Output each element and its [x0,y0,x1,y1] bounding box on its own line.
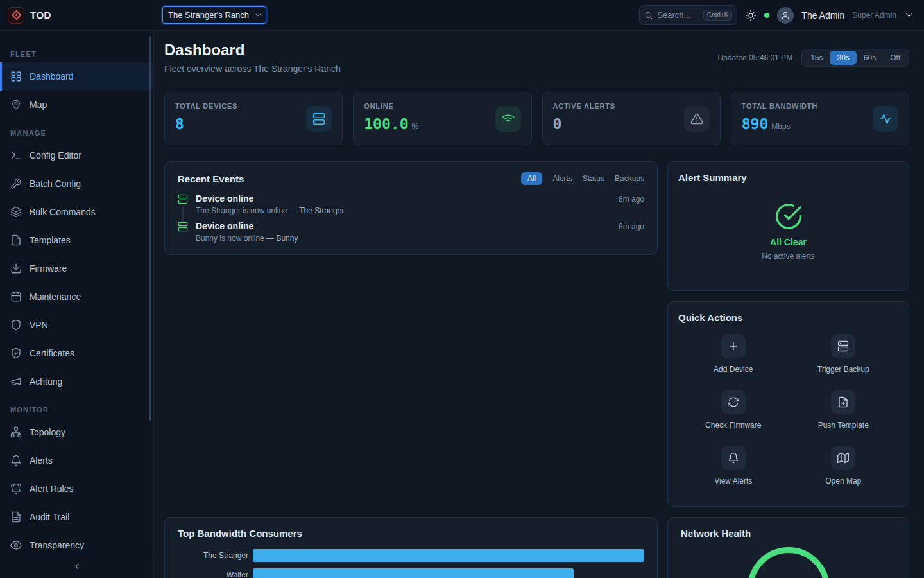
topbar-right: Cmd+K The Admin Super Admin [639,5,924,25]
quick-action-open-map[interactable]: Open Map [825,446,861,486]
stat-card-active-alerts: ACTIVE ALERTS 0 [542,92,721,145]
refresh-option-15s[interactable]: 15s [803,51,830,65]
refresh-interval-control: 15s 30s 60s Off [801,49,909,67]
grid-icon [10,71,22,82]
stat-card-total-bandwidth: TOTAL BANDWIDTH 890 Mbps [731,92,909,145]
sidebar: FLEET Dashboard Map MANAGE Config Editor… [0,31,154,578]
sidebar-item-label: Batch Config [30,179,81,189]
sidebar-item-transparency[interactable]: Transparency [0,531,153,554]
refresh-option-60s[interactable]: 60s [857,51,883,65]
map-icon [831,446,855,470]
wifi-icon [495,106,521,132]
filter-all[interactable]: All [521,172,542,185]
megaphone-icon [10,376,22,387]
sidebar-footer [0,554,153,578]
sidebar-item-label: Templates [30,235,71,245]
sidebar-item-achtung[interactable]: Achtung [0,367,153,396]
alert-detail: No active alerts [762,252,815,261]
sidebar-item-label: Transparency [30,540,84,550]
app-name: TOD [30,10,51,21]
stat-label: TOTAL DEVICES [175,102,237,110]
server-icon [831,334,855,358]
stat-unit: Mbps [771,122,790,131]
activity-icon [873,106,898,132]
sidebar-item-alerts[interactable]: Alerts [0,446,153,475]
filter-status[interactable]: Status [583,174,604,183]
file-icon [10,234,22,246]
theme-toggle-button[interactable] [745,10,757,21]
sidebar-item-alert-rules[interactable]: Alert Rules [0,475,153,503]
updated-timestamp: Updated 05:46:01 PM [717,53,792,62]
page-header: Dashboard Fleet overview across The Stra… [164,41,909,74]
event-description: The Stranger is now online [196,206,287,215]
sidebar-item-batch-config[interactable]: Batch Config [0,170,153,198]
sidebar-item-label: Alerts [30,455,53,466]
sidebar-item-dashboard[interactable]: Dashboard [0,62,153,91]
search-icon [644,11,653,20]
search-shortcut-badge: Cmd+K [703,10,733,21]
quick-action-trigger-backup[interactable]: Trigger Backup [817,334,869,374]
refresh-option-30s[interactable]: 30s [830,51,856,65]
section-label-fleet: FLEET [10,50,143,58]
sidebar-scrollbar[interactable] [149,36,151,421]
refresh-icon [721,390,746,414]
filter-backups[interactable]: Backups [615,174,644,183]
wrench-icon [10,178,22,189]
sidebar-item-label: Dashboard [30,71,74,82]
ranch-selector[interactable]: The Stranger's Ranch [162,6,266,24]
sidebar-item-audit-trail[interactable]: Audit Trail [0,503,153,531]
sidebar-item-map[interactable]: Map [0,91,153,119]
sidebar-nav: FLEET Dashboard Map MANAGE Config Editor… [0,31,153,554]
search-box[interactable]: Cmd+K [639,5,737,25]
sidebar-item-maintenance[interactable]: Maintenance [0,283,153,311]
alert-status: All Clear [770,237,807,247]
quick-action-push-template[interactable]: Push Template [818,390,869,430]
sidebar-item-label: Bulk Commands [30,207,96,217]
stat-value: 890 [742,116,769,132]
shield-icon [10,319,22,331]
sidebar-item-vpn[interactable]: VPN [0,311,153,339]
server-icon [306,106,332,132]
sidebar-item-config-editor[interactable]: Config Editor [0,141,153,170]
sidebar-item-certificates[interactable]: Certificates [0,339,153,367]
quick-actions-card: Quick Actions Add Device Trigger Backup [667,301,909,507]
sidebar-item-topology[interactable]: Topology [0,418,153,446]
sidebar-collapse-button[interactable] [72,561,82,572]
sidebar-item-firmware[interactable]: Firmware [0,254,153,283]
stats-row: TOTAL DEVICES 8 ONLINE 100.0 % [164,92,909,145]
bell-icon [721,446,746,470]
user-menu-button[interactable] [904,10,914,20]
app-logo-icon [8,7,24,24]
server-icon [178,194,188,204]
event-row[interactable]: Device online 8m ago The Stranger is now… [178,193,644,215]
avatar[interactable] [777,7,794,24]
alert-summary-title: Alert Summary [678,172,898,183]
quick-action-view-alerts[interactable]: View Alerts [714,446,752,486]
health-gauge: 100 [748,547,830,578]
terminal-icon [10,150,22,161]
chevron-left-icon [72,561,82,572]
sidebar-item-bulk-commands[interactable]: Bulk Commands [0,198,153,226]
sidebar-item-label: Maintenance [30,292,81,302]
eye-icon [10,539,22,551]
events-list: Device online 8m ago The Stranger is now… [178,193,644,243]
stat-card-online: ONLINE 100.0 % [353,92,531,145]
download-icon [10,263,22,274]
connection-status-dot [764,13,769,18]
topbar: TOD The Stranger's Ranch Cmd+K T [0,0,924,31]
stat-value: 0 [553,116,562,132]
stat-label: ACTIVE ALERTS [553,102,615,110]
sun-icon [745,10,757,21]
event-row[interactable]: Device online 8m ago Bunny is now online… [178,221,644,243]
bandwidth-device-label: The Stranger [178,551,248,560]
sidebar-item-label: Topology [30,427,65,437]
refresh-option-off[interactable]: Off [883,51,907,65]
quick-action-add-device[interactable]: Add Device [714,334,753,374]
ranch-selector-wrap: The Stranger's Ranch [162,6,266,24]
filter-alerts[interactable]: Alerts [552,174,572,183]
quick-action-check-firmware[interactable]: Check Firmware [705,390,761,430]
search-input[interactable] [657,10,699,20]
bandwidth-row: The Stranger [178,549,644,562]
file-text-icon [10,511,22,523]
sidebar-item-templates[interactable]: Templates [0,226,153,254]
